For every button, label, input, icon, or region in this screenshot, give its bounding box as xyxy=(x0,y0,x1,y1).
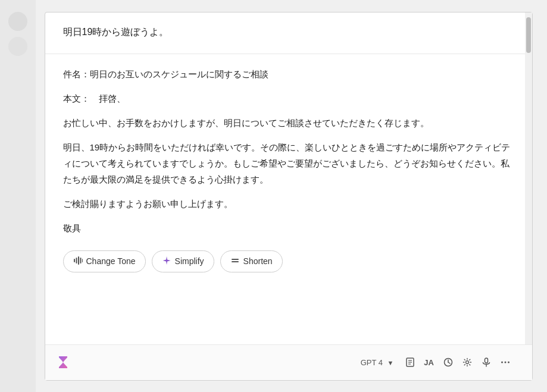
document-icon[interactable] xyxy=(402,355,418,370)
simplify-button[interactable]: Simplify xyxy=(152,250,214,272)
response-closing-text: 敬具 xyxy=(63,223,81,233)
sidebar-left xyxy=(0,0,36,392)
bottom-toolbar: GPT 4 ▼ JA xyxy=(45,344,532,380)
scrollbar-thumb[interactable] xyxy=(526,17,531,53)
sidebar-dot-1 xyxy=(8,12,27,31)
lines-icon xyxy=(230,256,240,267)
response-paragraph-2-text: 明日、19時からお時間をいただければ幸いです。その際に、楽しいひとときを過ごすた… xyxy=(63,142,511,184)
toolbar-right: GPT 4 ▼ JA xyxy=(361,355,513,370)
app-container: 明日19時から遊ぼうよ。 件名：明日のお互いのスケジュールに関するご相談 本文：… xyxy=(0,0,547,392)
change-tone-button[interactable]: Change Tone xyxy=(63,250,146,272)
response-paragraph-3-text: ご検討賜りますようお願い申し上げます。 xyxy=(63,199,233,209)
response-closing: 敬具 xyxy=(63,220,514,236)
svg-rect-15 xyxy=(485,358,487,363)
more-icon[interactable] xyxy=(498,355,513,370)
svg-point-19 xyxy=(508,362,510,363)
svg-point-17 xyxy=(501,362,503,363)
response-body-label: 本文： 拝啓、 xyxy=(63,93,126,104)
response-paragraph-2: 明日、19時からお時間をいただければ幸いです。その際に、楽しいひとときを過ごすた… xyxy=(63,139,514,187)
content-area: 明日19時から遊ぼうよ。 件名：明日のお互いのスケジュールに関するご相談 本文：… xyxy=(45,12,532,344)
shorten-button[interactable]: Shorten xyxy=(220,250,283,272)
svg-rect-2 xyxy=(78,256,79,265)
soundwave-icon xyxy=(73,256,83,267)
svg-rect-3 xyxy=(80,258,81,264)
response-paragraph-1: お忙しい中、お手数をおかけしますが、明日についてご相談させていただきたく存じます… xyxy=(63,115,514,131)
sparkle-icon xyxy=(162,256,171,267)
ai-response-area: 件名：明日のお互いのスケジュールに関するご相談 本文： 拝啓、 お忙しい中、お手… xyxy=(45,54,532,344)
sidebar-dot-2 xyxy=(8,37,27,56)
svg-point-18 xyxy=(504,362,506,363)
svg-rect-4 xyxy=(82,259,83,262)
model-label: GPT 4 ▼ xyxy=(361,358,394,367)
user-message-text: 明日19時から遊ぼうよ。 xyxy=(63,24,514,40)
settings-icon[interactable] xyxy=(460,355,475,370)
svg-rect-5 xyxy=(232,259,239,260)
microphone-icon[interactable] xyxy=(479,355,494,370)
svg-line-13 xyxy=(448,362,450,363)
svg-rect-1 xyxy=(76,258,77,264)
response-paragraph-3: ご検討賜りますようお願い申し上げます。 xyxy=(63,196,514,212)
user-message-area: 明日19時から遊ぼうよ。 xyxy=(45,12,532,54)
main-window: 明日19時から遊ぼうよ。 件名：明日のお互いのスケジュールに関するご相談 本文：… xyxy=(45,12,533,381)
svg-rect-6 xyxy=(232,261,239,262)
clock-icon[interactable] xyxy=(440,355,456,370)
language-label[interactable]: JA xyxy=(421,355,437,370)
svg-rect-0 xyxy=(74,259,75,262)
change-tone-label: Change Tone xyxy=(86,256,136,266)
action-buttons-row: Change Tone Simplify xyxy=(63,244,514,281)
response-subject-text: 件名：明日のお互いのスケジュールに関するご相談 xyxy=(63,69,268,79)
response-body-header: 本文： 拝啓、 xyxy=(63,90,514,106)
response-paragraph-1-text: お忙しい中、お手数をおかけしますが、明日についてご相談させていただきたく存じます… xyxy=(63,118,429,128)
response-subject: 件名：明日のお互いのスケジュールに関するご相談 xyxy=(63,66,514,82)
shorten-label: Shorten xyxy=(243,256,273,266)
simplify-label: Simplify xyxy=(175,256,204,266)
hourglass-area xyxy=(55,354,71,371)
svg-point-14 xyxy=(465,361,468,364)
hourglass-icon xyxy=(55,354,71,371)
scrollbar[interactable] xyxy=(525,12,532,344)
